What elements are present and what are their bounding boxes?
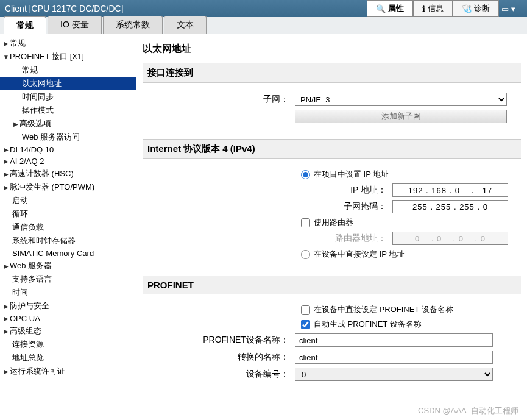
tab-general[interactable]: 常规	[4, 16, 46, 34]
page-title: 以太网地址	[143, 39, 191, 59]
tab-io-vars[interactable]: IO 变量	[48, 16, 102, 34]
radio-set-in-project[interactable]	[301, 170, 310, 179]
navigation-tree[interactable]: ▶常规 ▼PROFINET 接口 [X1] 常规 以太网地址 时间同步 操作模式…	[0, 34, 136, 420]
tree-label: 系统和时钟存储器	[12, 235, 76, 246]
profinet-name-input[interactable]	[295, 333, 493, 347]
tree-label: 常规	[22, 65, 38, 76]
window-controls: ▭ ▾	[499, 4, 522, 13]
tree-adv-options[interactable]: ▶高级选项	[0, 117, 136, 130]
tree-label: 高级组态	[10, 326, 41, 336]
add-subnet-button[interactable]: 添加新子网	[295, 110, 507, 123]
tab-info[interactable]: ℹ 信息	[413, 0, 453, 17]
dev-num-label: 设备编号：	[149, 369, 295, 380]
radio-set-in-project-label: 在项目中设置 IP 地址	[314, 169, 389, 180]
window-title: Client [CPU 1217C DC/DC/DC]	[5, 4, 367, 13]
tree-label: 循环	[12, 208, 28, 219]
tree-label: Web 服务器	[10, 260, 52, 271]
tab-diagnostics[interactable]: 🩺 诊断	[453, 0, 499, 17]
tree-web-access[interactable]: Web 服务器访问	[0, 130, 136, 144]
tree-time[interactable]: 时间	[0, 286, 136, 299]
chevron-right-icon: ▶	[2, 302, 10, 310]
title-rule	[195, 60, 521, 60]
ip-address-input[interactable]	[392, 183, 508, 197]
collapse-icon[interactable]: ▾	[511, 4, 520, 13]
chevron-right-icon: ▶	[2, 183, 10, 191]
tree-general[interactable]: ▶常规	[0, 37, 136, 50]
tree-cycle[interactable]: 循环	[0, 207, 136, 221]
tree-di-dq[interactable]: ▶DI 14/DQ 10	[0, 144, 136, 155]
device-number-select[interactable]: 0	[295, 368, 493, 381]
section-interface-connect: 接口连接到	[143, 63, 521, 83]
radio-set-in-device[interactable]	[301, 250, 310, 259]
tree-profinet[interactable]: ▼PROFINET 接口 [X1]	[0, 50, 136, 63]
tree-memory-card[interactable]: SIMATIC Memory Card	[0, 247, 136, 259]
tab-properties-label: 属性	[388, 3, 404, 14]
tree-label: 连接资源	[12, 339, 44, 350]
subnet-select[interactable]: PN/IE_3	[295, 93, 507, 106]
tree-runtime-lic[interactable]: ▶运行系统许可证	[0, 365, 136, 378]
tree-opc-ua[interactable]: ▶OPC UA	[0, 313, 136, 324]
property-tabs: 常规 IO 变量 系统常数 文本	[0, 17, 527, 34]
tree-label: 时间同步	[22, 91, 54, 102]
chevron-right-icon: ▶	[2, 262, 10, 269]
tree-label: Web 服务器访问	[22, 132, 80, 143]
chk-device-set-name-label: 在设备中直接设定 PROFINET 设备名称	[314, 304, 453, 315]
section-ipv4: Internet 协议版本 4 (IPv4)	[143, 139, 521, 159]
use-router-label: 使用路由器	[314, 217, 353, 228]
tree-addr-overview[interactable]: 地址总览	[0, 351, 136, 365]
tree-startup[interactable]: 启动	[0, 194, 136, 207]
layout-icon[interactable]: ▭	[501, 4, 510, 13]
radio-set-in-device-label: 在设备中直接设定 IP 地址	[314, 249, 405, 260]
tree-hsc[interactable]: ▶高速计数器 (HSC)	[0, 167, 136, 180]
properties-icon: 🔍	[376, 4, 386, 13]
tree-pn-general[interactable]: 常规	[0, 63, 136, 77]
tree-label: 以太网地址	[22, 78, 62, 89]
diagnostics-icon: 🩺	[462, 4, 472, 13]
tree-protection[interactable]: ▶防护与安全	[0, 299, 136, 313]
tree-sys-clock[interactable]: 系统和时钟存储器	[0, 234, 136, 247]
tree-label: 通信负载	[12, 222, 44, 233]
tree-label: 运行系统许可证	[10, 366, 65, 377]
tab-text[interactable]: 文本	[164, 16, 207, 34]
chevron-right-icon: ▶	[2, 327, 10, 335]
tree-time-sync[interactable]: 时间同步	[0, 90, 136, 104]
tree-label: PROFINET 接口 [X1]	[10, 51, 84, 62]
tree-pto[interactable]: ▶脉冲发生器 (PTO/PWM)	[0, 180, 136, 194]
tree-comm-load[interactable]: 通信负载	[0, 221, 136, 234]
tab-properties[interactable]: 🔍 属性	[367, 0, 413, 17]
tree-multilang[interactable]: 支持多语言	[0, 272, 136, 286]
tree-ethernet-addr[interactable]: 以太网地址	[0, 77, 136, 90]
tab-info-label: 信息	[428, 3, 444, 14]
section-profinet: PROFINET	[143, 276, 521, 294]
tree-conn-res[interactable]: 连接资源	[0, 338, 136, 351]
window-titlebar: Client [CPU 1217C DC/DC/DC] 🔍 属性 ℹ 信息 🩺 …	[0, 0, 527, 17]
tree-label: 常规	[10, 38, 26, 49]
tree-label: 脉冲发生器 (PTO/PWM)	[10, 182, 94, 193]
chevron-right-icon: ▶	[2, 170, 10, 177]
tree-ai-aq[interactable]: ▶AI 2/AQ 2	[0, 155, 136, 167]
converted-name-input[interactable]	[295, 351, 493, 364]
tree-adv-config[interactable]: ▶高级组态	[0, 324, 136, 338]
tree-label: 启动	[12, 195, 28, 206]
router-label: 路由器地址：	[313, 233, 392, 244]
tree-label: SIMATIC Memory Card	[12, 249, 94, 258]
tab-diagnostics-label: 诊断	[474, 3, 490, 14]
chevron-right-icon: ▶	[2, 368, 10, 375]
subnet-mask-input[interactable]	[392, 200, 508, 213]
chk-device-set-name[interactable]	[301, 305, 310, 315]
tree-label: 时间	[12, 287, 28, 298]
subnet-label: 子网：	[149, 94, 295, 105]
chevron-right-icon: ▶	[2, 158, 10, 165]
chevron-right-icon: ▶	[2, 40, 10, 47]
tree-web-server[interactable]: ▶Web 服务器	[0, 259, 136, 272]
inspector-tabs: 🔍 属性 ℹ 信息 🩺 诊断	[367, 0, 499, 17]
use-router-checkbox[interactable]	[301, 218, 310, 227]
pn-name-label: PROFINET设备名称：	[149, 335, 295, 346]
ip-label: IP 地址：	[313, 185, 392, 196]
tree-op-mode[interactable]: 操作模式	[0, 104, 136, 117]
tab-sys-const[interactable]: 系统常数	[103, 16, 163, 34]
info-icon: ℹ	[422, 4, 425, 13]
tree-label: AI 2/AQ 2	[10, 157, 44, 166]
chk-auto-gen-name[interactable]	[301, 320, 310, 329]
conv-name-label: 转换的名称：	[149, 352, 295, 363]
